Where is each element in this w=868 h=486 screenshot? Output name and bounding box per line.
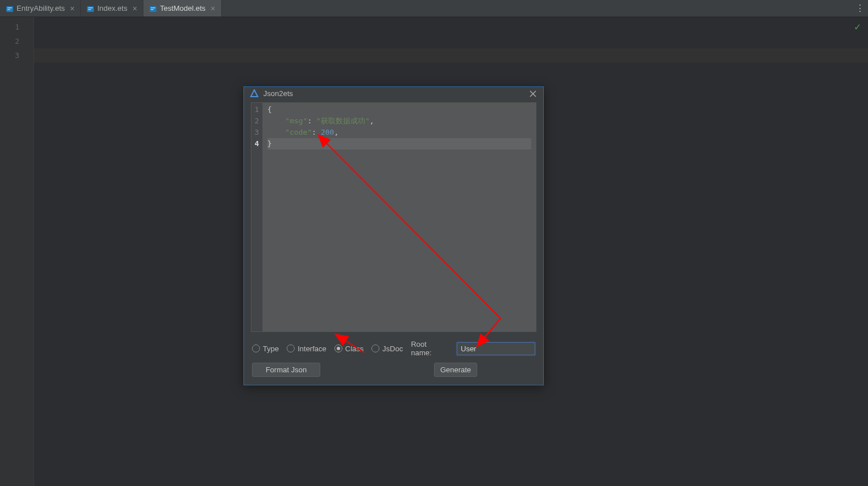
svg-rect-7	[151, 7, 155, 9]
output-type-radio-group: TypeInterfaceClassJsDoc	[252, 344, 403, 353]
json-line: "msg": "获取数据成功",	[267, 115, 531, 127]
radio-icon	[334, 344, 342, 352]
gutter-line: 2	[0, 34, 34, 48]
radio-jsdoc[interactable]: JsDoc	[371, 344, 403, 353]
radio-class[interactable]: Class	[334, 344, 364, 353]
radio-label: Interface	[297, 344, 326, 353]
generate-button[interactable]: Generate	[434, 363, 477, 377]
json-gutter-line: 1	[251, 104, 262, 115]
tab-entryability[interactable]: EntryAbility.ets ×	[0, 0, 81, 16]
svg-rect-2	[7, 9, 10, 10]
json-line: }	[267, 138, 531, 149]
file-icon	[6, 5, 14, 13]
radio-icon	[371, 344, 379, 352]
close-icon[interactable]	[528, 89, 538, 98]
svg-rect-8	[151, 9, 154, 10]
options-row: TypeInterfaceClassJsDoc Root name:	[251, 332, 536, 363]
tab-label: TestModel.ets	[160, 4, 205, 13]
editor-tab-bar: EntryAbility.ets × Index.ets × TestModel…	[0, 0, 868, 17]
root-name-input[interactable]	[457, 342, 535, 355]
dialog-title: Json2ets	[263, 89, 524, 98]
gutter-line: 1	[0, 20, 34, 34]
json-gutter-line: 4	[251, 138, 262, 149]
svg-rect-5	[88, 9, 91, 10]
json-line: {	[267, 104, 531, 115]
json-gutter: 1234	[251, 103, 263, 331]
editor-gutter: 1 2 3	[0, 17, 34, 486]
file-icon	[149, 5, 157, 13]
root-name-label: Root name:	[411, 340, 447, 357]
radio-type[interactable]: Type	[252, 344, 279, 353]
json-gutter-line: 3	[251, 127, 262, 138]
json2ets-dialog: Json2ets 1234 { "msg": "获取数据成功", "code":…	[243, 86, 544, 385]
close-icon[interactable]: ×	[133, 4, 137, 13]
close-icon[interactable]: ×	[70, 4, 75, 13]
radio-interface[interactable]: Interface	[287, 344, 326, 353]
current-line-highlight	[34, 48, 868, 63]
tab-label: EntryAbility.ets	[16, 4, 65, 13]
radio-icon	[287, 344, 295, 352]
tab-label: Index.ets	[97, 4, 127, 13]
status-ok-icon: ✓	[854, 22, 861, 32]
app-logo-icon	[250, 89, 259, 98]
dialog-buttons-row: Format Json Generate	[251, 363, 536, 385]
dialog-body: 1234 { "msg": "获取数据成功", "code": 200,} Ty…	[244, 100, 543, 385]
radio-label: Class	[345, 344, 364, 353]
radio-label: Type	[263, 344, 279, 353]
json-editor[interactable]: 1234 { "msg": "获取数据成功", "code": 200,}	[251, 102, 536, 332]
json-line: "code": 200,	[267, 127, 531, 138]
json-gutter-line: 2	[251, 115, 262, 127]
format-json-button[interactable]: Format Json	[252, 363, 320, 377]
gutter-line: 3	[0, 48, 34, 63]
tab-testmodel[interactable]: TestModel.ets ×	[143, 0, 221, 16]
dialog-titlebar[interactable]: Json2ets	[244, 87, 543, 100]
svg-rect-4	[88, 7, 93, 9]
json-content[interactable]: { "msg": "获取数据成功", "code": 200,}	[263, 103, 536, 331]
more-menu-icon[interactable]: ⋮	[855, 0, 865, 16]
file-icon	[86, 5, 94, 13]
close-icon[interactable]: ×	[210, 4, 215, 13]
radio-icon	[252, 344, 260, 352]
radio-label: JsDoc	[382, 344, 403, 353]
tab-index[interactable]: Index.ets ×	[81, 0, 143, 16]
svg-rect-1	[7, 7, 12, 9]
